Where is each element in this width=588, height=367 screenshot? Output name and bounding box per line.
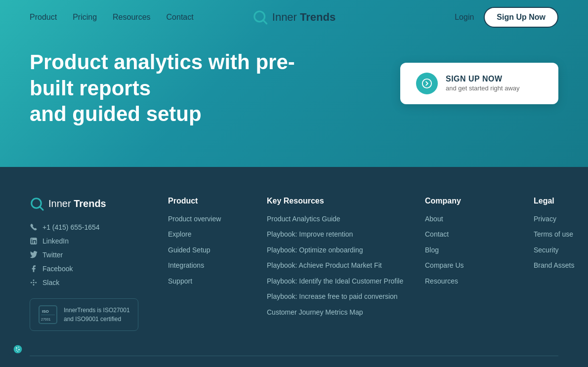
footer-columns: Inner Trends +1 (415) 655-1654 [30, 197, 558, 331]
svg-text:ISO: ISO [42, 309, 49, 314]
navbar: Product Pricing Resources Contact Inner … [0, 0, 588, 35]
svg-rect-15 [41, 315, 55, 315]
iso-text: InnerTrends is ISO27001 and ISO9001 cert… [64, 306, 130, 324]
facebook-contact[interactable]: Facebook [30, 265, 158, 273]
cookie-icon [13, 344, 23, 354]
phone-number: +1 (415) 655-1654 [42, 223, 100, 231]
footer-product-links: Product overview Explore Guided Setup In… [168, 214, 257, 286]
footer-company-links: About Contact Blog Compare Us Resources [425, 214, 524, 286]
logo-icon [252, 9, 268, 25]
slack-label: Slack [42, 279, 59, 286]
footer-product-title: Product [168, 197, 257, 205]
footer-contact[interactable]: Contact [425, 230, 524, 240]
footer-customer-journey[interactable]: Customer Journey Metrics Map [267, 308, 415, 318]
footer-explore[interactable]: Explore [168, 230, 257, 240]
slack-icon [30, 279, 38, 286]
facebook-label: Facebook [42, 265, 73, 273]
cta-icon-circle [416, 73, 438, 94]
logo-text: Inner Trends [272, 11, 336, 24]
footer-security[interactable]: Security [534, 245, 588, 255]
svg-text:27001: 27001 [41, 318, 51, 321]
svg-rect-9 [33, 280, 35, 281]
login-button[interactable]: Login [455, 13, 474, 22]
svg-point-20 [14, 345, 22, 354]
nav-product[interactable]: Product [30, 13, 57, 22]
footer-playbook-onboarding[interactable]: Playbook: Optimize onboarding [267, 245, 415, 255]
svg-point-21 [16, 347, 17, 349]
footer-blog[interactable]: Blog [425, 245, 524, 255]
arrow-right-icon [421, 78, 432, 89]
footer-brand: Inner Trends +1 (415) 655-1654 [30, 197, 158, 331]
footer-playbook-retention[interactable]: Playbook: Improve retention [267, 230, 415, 240]
cta-box[interactable]: SIGN UP NOW and get started right away [400, 63, 558, 104]
footer-legal-col: Legal Privacy Terms of use Security Bran… [534, 197, 588, 331]
svg-rect-10 [33, 282, 35, 283]
svg-point-2 [422, 79, 431, 88]
footer-logo[interactable]: Inner Trends [30, 197, 158, 211]
twitter-label: Twitter [42, 251, 63, 259]
footer-company-col: Company About Contact Blog Compare Us Re… [425, 197, 524, 331]
footer-resources-title: Key Resources [267, 197, 415, 205]
cta-sub-text: and get started right away [446, 84, 520, 92]
svg-point-25 [17, 351, 18, 352]
footer-brand-assets[interactable]: Brand Assets [534, 261, 588, 271]
svg-rect-11 [35, 282, 37, 283]
phone-icon [30, 223, 38, 231]
footer-company-title: Company [425, 197, 524, 205]
nav-contact[interactable]: Contact [167, 13, 194, 22]
footer-resources[interactable]: Resources [425, 277, 524, 286]
linkedin-icon [30, 237, 38, 245]
svg-point-7 [31, 239, 32, 240]
nav-actions: Login Sign Up Now [455, 7, 558, 28]
svg-line-4 [40, 206, 43, 210]
svg-point-22 [18, 347, 19, 348]
cta-text: SIGN UP NOW and get started right away [446, 75, 520, 92]
footer-about[interactable]: About [425, 214, 524, 224]
nav-logo[interactable]: Inner Trends [252, 9, 336, 25]
footer-privacy[interactable]: Privacy [534, 214, 588, 224]
signup-button[interactable]: Sign Up Now [484, 7, 558, 28]
svg-rect-6 [31, 240, 32, 244]
footer-guided-setup[interactable]: Guided Setup [168, 245, 257, 255]
footer-analytics-guide[interactable]: Product Analytics Guide [267, 214, 415, 224]
phone-contact: +1 (415) 655-1654 [30, 223, 158, 231]
footer-terms[interactable]: Terms of use [534, 230, 588, 240]
twitter-icon [30, 251, 38, 259]
footer-legal-title: Legal [534, 197, 588, 205]
footer-playbook-market-fit[interactable]: Playbook: Achieve Product Market Fit [267, 261, 415, 271]
facebook-icon [30, 265, 38, 273]
svg-rect-8 [31, 282, 32, 283]
svg-line-1 [263, 20, 266, 24]
cookie-settings-button[interactable] [8, 339, 28, 359]
footer-logo-text: Inner Trends [48, 198, 106, 209]
nav-resources[interactable]: Resources [113, 13, 150, 22]
cta-main-text: SIGN UP NOW [446, 75, 520, 83]
footer-resources-col: Key Resources Product Analytics Guide Pl… [267, 197, 415, 331]
iso-icon: ISO 27001 [38, 305, 58, 325]
svg-point-24 [16, 350, 17, 351]
footer-playbook-customer-profile[interactable]: Playbook: Identify the Ideal Customer Pr… [267, 277, 415, 286]
footer-integrations[interactable]: Integrations [168, 261, 257, 271]
hero-title: Product analytics with pre-built reports… [30, 49, 336, 127]
hero-text: Product analytics with pre-built reports… [30, 49, 336, 127]
footer-product-col: Product Product overview Explore Guided … [168, 197, 257, 331]
twitter-contact[interactable]: Twitter [30, 251, 158, 259]
nav-links: Product Pricing Resources Contact [30, 13, 194, 22]
svg-rect-12 [33, 284, 35, 285]
footer: Inner Trends +1 (415) 655-1654 [0, 167, 588, 367]
svg-point-23 [18, 349, 20, 351]
iso-badge: ISO 27001 InnerTrends is ISO27001 and IS… [30, 298, 138, 331]
footer-legal-links: Privacy Terms of use Security Brand Asse… [534, 214, 588, 271]
footer-bottom: © InnerTrends 2022 Revain [30, 356, 558, 367]
footer-resources-links: Product Analytics Guide Playbook: Improv… [267, 214, 415, 318]
slack-contact[interactable]: Slack [30, 279, 158, 286]
nav-pricing[interactable]: Pricing [73, 13, 97, 22]
linkedin-contact[interactable]: LinkedIn [30, 237, 158, 245]
footer-product-overview[interactable]: Product overview [168, 214, 257, 224]
footer-playbook-conversion[interactable]: Playbook: Increase free to paid conversi… [267, 292, 415, 302]
footer-logo-icon [30, 197, 44, 211]
footer-compare-us[interactable]: Compare Us [425, 261, 524, 271]
linkedin-label: LinkedIn [42, 237, 69, 245]
footer-support[interactable]: Support [168, 277, 257, 286]
footer-contacts: +1 (415) 655-1654 LinkedIn Twitter [30, 223, 158, 286]
